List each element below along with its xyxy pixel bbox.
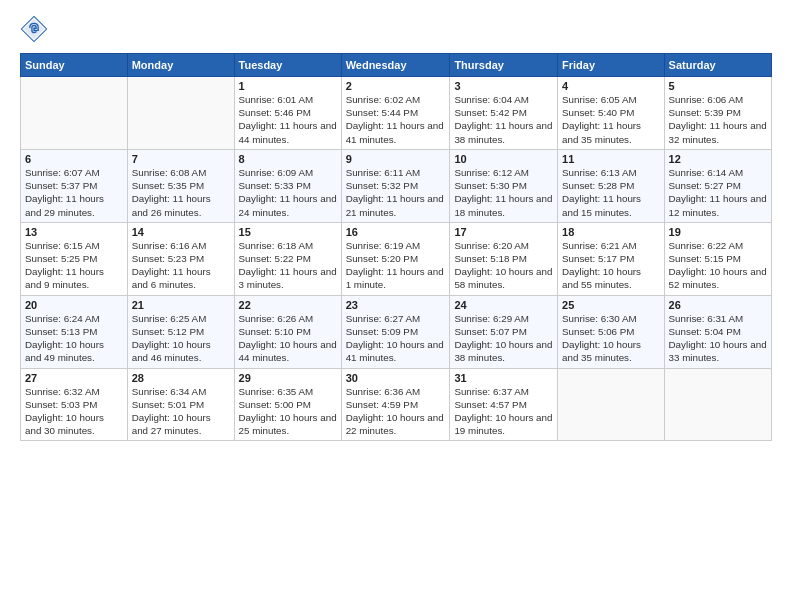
day-cell: 7Sunrise: 6:08 AMSunset: 5:35 PMDaylight… [127,149,234,222]
day-detail: Sunrise: 6:29 AMSunset: 5:07 PMDaylight:… [454,312,553,365]
day-cell: 3Sunrise: 6:04 AMSunset: 5:42 PMDaylight… [450,77,558,150]
day-detail: Sunrise: 6:30 AMSunset: 5:06 PMDaylight:… [562,312,660,365]
day-cell [558,368,665,441]
day-detail: Sunrise: 6:31 AMSunset: 5:04 PMDaylight:… [669,312,767,365]
day-number: 27 [25,372,123,384]
day-cell: 5Sunrise: 6:06 AMSunset: 5:39 PMDaylight… [664,77,771,150]
header-day-tuesday: Tuesday [234,54,341,77]
day-cell [127,77,234,150]
day-cell: 29Sunrise: 6:35 AMSunset: 5:00 PMDayligh… [234,368,341,441]
header-day-friday: Friday [558,54,665,77]
day-number: 4 [562,80,660,92]
day-cell: 12Sunrise: 6:14 AMSunset: 5:27 PMDayligh… [664,149,771,222]
day-number: 14 [132,226,230,238]
week-row-2: 13Sunrise: 6:15 AMSunset: 5:25 PMDayligh… [21,222,772,295]
week-row-0: 1Sunrise: 6:01 AMSunset: 5:46 PMDaylight… [21,77,772,150]
day-number: 1 [239,80,337,92]
day-cell: 21Sunrise: 6:25 AMSunset: 5:12 PMDayligh… [127,295,234,368]
day-number: 5 [669,80,767,92]
day-detail: Sunrise: 6:21 AMSunset: 5:17 PMDaylight:… [562,239,660,292]
day-cell: 1Sunrise: 6:01 AMSunset: 5:46 PMDaylight… [234,77,341,150]
day-detail: Sunrise: 6:18 AMSunset: 5:22 PMDaylight:… [239,239,337,292]
page: SundayMondayTuesdayWednesdayThursdayFrid… [0,0,792,612]
logo [20,15,52,43]
day-number: 7 [132,153,230,165]
day-cell: 2Sunrise: 6:02 AMSunset: 5:44 PMDaylight… [341,77,450,150]
day-number: 8 [239,153,337,165]
header [20,15,772,43]
day-detail: Sunrise: 6:22 AMSunset: 5:15 PMDaylight:… [669,239,767,292]
day-cell: 14Sunrise: 6:16 AMSunset: 5:23 PMDayligh… [127,222,234,295]
day-detail: Sunrise: 6:24 AMSunset: 5:13 PMDaylight:… [25,312,123,365]
day-number: 30 [346,372,446,384]
day-detail: Sunrise: 6:05 AMSunset: 5:40 PMDaylight:… [562,93,660,146]
day-cell [664,368,771,441]
day-number: 11 [562,153,660,165]
day-cell: 23Sunrise: 6:27 AMSunset: 5:09 PMDayligh… [341,295,450,368]
header-day-thursday: Thursday [450,54,558,77]
day-number: 24 [454,299,553,311]
day-cell: 25Sunrise: 6:30 AMSunset: 5:06 PMDayligh… [558,295,665,368]
day-cell [21,77,128,150]
calendar-body: 1Sunrise: 6:01 AMSunset: 5:46 PMDaylight… [21,77,772,441]
day-cell: 24Sunrise: 6:29 AMSunset: 5:07 PMDayligh… [450,295,558,368]
day-cell: 8Sunrise: 6:09 AMSunset: 5:33 PMDaylight… [234,149,341,222]
day-number: 15 [239,226,337,238]
day-detail: Sunrise: 6:20 AMSunset: 5:18 PMDaylight:… [454,239,553,292]
day-number: 6 [25,153,123,165]
header-row: SundayMondayTuesdayWednesdayThursdayFrid… [21,54,772,77]
day-cell: 6Sunrise: 6:07 AMSunset: 5:37 PMDaylight… [21,149,128,222]
day-cell: 16Sunrise: 6:19 AMSunset: 5:20 PMDayligh… [341,222,450,295]
day-cell: 15Sunrise: 6:18 AMSunset: 5:22 PMDayligh… [234,222,341,295]
day-cell: 30Sunrise: 6:36 AMSunset: 4:59 PMDayligh… [341,368,450,441]
day-number: 12 [669,153,767,165]
day-detail: Sunrise: 6:25 AMSunset: 5:12 PMDaylight:… [132,312,230,365]
day-detail: Sunrise: 6:37 AMSunset: 4:57 PMDaylight:… [454,385,553,438]
day-number: 2 [346,80,446,92]
day-cell: 4Sunrise: 6:05 AMSunset: 5:40 PMDaylight… [558,77,665,150]
day-detail: Sunrise: 6:32 AMSunset: 5:03 PMDaylight:… [25,385,123,438]
day-cell: 10Sunrise: 6:12 AMSunset: 5:30 PMDayligh… [450,149,558,222]
day-number: 29 [239,372,337,384]
day-detail: Sunrise: 6:15 AMSunset: 5:25 PMDaylight:… [25,239,123,292]
day-number: 20 [25,299,123,311]
calendar: SundayMondayTuesdayWednesdayThursdayFrid… [20,53,772,441]
header-day-monday: Monday [127,54,234,77]
day-number: 19 [669,226,767,238]
day-number: 17 [454,226,553,238]
week-row-4: 27Sunrise: 6:32 AMSunset: 5:03 PMDayligh… [21,368,772,441]
day-cell: 31Sunrise: 6:37 AMSunset: 4:57 PMDayligh… [450,368,558,441]
day-cell: 20Sunrise: 6:24 AMSunset: 5:13 PMDayligh… [21,295,128,368]
day-detail: Sunrise: 6:08 AMSunset: 5:35 PMDaylight:… [132,166,230,219]
day-detail: Sunrise: 6:11 AMSunset: 5:32 PMDaylight:… [346,166,446,219]
day-detail: Sunrise: 6:26 AMSunset: 5:10 PMDaylight:… [239,312,337,365]
day-detail: Sunrise: 6:36 AMSunset: 4:59 PMDaylight:… [346,385,446,438]
day-number: 16 [346,226,446,238]
day-number: 9 [346,153,446,165]
day-cell: 28Sunrise: 6:34 AMSunset: 5:01 PMDayligh… [127,368,234,441]
day-number: 18 [562,226,660,238]
day-cell: 26Sunrise: 6:31 AMSunset: 5:04 PMDayligh… [664,295,771,368]
day-detail: Sunrise: 6:09 AMSunset: 5:33 PMDaylight:… [239,166,337,219]
day-cell: 27Sunrise: 6:32 AMSunset: 5:03 PMDayligh… [21,368,128,441]
day-number: 31 [454,372,553,384]
day-detail: Sunrise: 6:02 AMSunset: 5:44 PMDaylight:… [346,93,446,146]
day-detail: Sunrise: 6:12 AMSunset: 5:30 PMDaylight:… [454,166,553,219]
day-cell: 22Sunrise: 6:26 AMSunset: 5:10 PMDayligh… [234,295,341,368]
day-detail: Sunrise: 6:19 AMSunset: 5:20 PMDaylight:… [346,239,446,292]
week-row-1: 6Sunrise: 6:07 AMSunset: 5:37 PMDaylight… [21,149,772,222]
day-detail: Sunrise: 6:07 AMSunset: 5:37 PMDaylight:… [25,166,123,219]
day-number: 28 [132,372,230,384]
day-cell: 17Sunrise: 6:20 AMSunset: 5:18 PMDayligh… [450,222,558,295]
day-cell: 11Sunrise: 6:13 AMSunset: 5:28 PMDayligh… [558,149,665,222]
day-detail: Sunrise: 6:16 AMSunset: 5:23 PMDaylight:… [132,239,230,292]
logo-icon [20,15,48,43]
day-detail: Sunrise: 6:35 AMSunset: 5:00 PMDaylight:… [239,385,337,438]
day-detail: Sunrise: 6:04 AMSunset: 5:42 PMDaylight:… [454,93,553,146]
day-number: 22 [239,299,337,311]
day-number: 26 [669,299,767,311]
calendar-header: SundayMondayTuesdayWednesdayThursdayFrid… [21,54,772,77]
day-number: 10 [454,153,553,165]
day-number: 23 [346,299,446,311]
day-cell: 18Sunrise: 6:21 AMSunset: 5:17 PMDayligh… [558,222,665,295]
